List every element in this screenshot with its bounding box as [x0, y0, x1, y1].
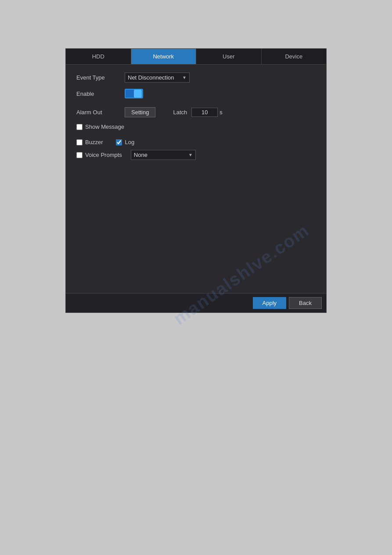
chevron-down-icon: ▼ — [188, 152, 193, 157]
voice-prompts-value: None — [134, 152, 147, 158]
voice-prompts-checkbox[interactable] — [76, 152, 83, 158]
content-area: Event Type Net Disconnection ▼ Enable Al… — [66, 65, 326, 293]
enable-label: Enable — [76, 91, 125, 97]
log-checkbox[interactable] — [116, 139, 122, 145]
voice-prompts-dropdown[interactable]: None ▼ — [131, 150, 196, 160]
tab-device[interactable]: Device — [262, 49, 327, 64]
chevron-down-icon: ▼ — [182, 75, 187, 80]
event-type-row: Event Type Net Disconnection ▼ — [76, 73, 316, 83]
enable-row: Enable — [76, 89, 316, 98]
apply-button[interactable]: Apply — [253, 297, 287, 309]
show-message-row: Show Message — [76, 123, 316, 130]
voice-prompts-row: Voice Prompts None ▼ — [76, 150, 316, 160]
tab-bar: HDD Network User Device — [66, 49, 326, 65]
tab-network[interactable]: Network — [131, 49, 197, 64]
buzzer-checkbox[interactable] — [76, 139, 83, 145]
enable-toggle[interactable] — [125, 89, 143, 98]
log-label[interactable]: Log — [125, 139, 134, 145]
setting-button[interactable]: Setting — [125, 107, 155, 117]
back-button[interactable]: Back — [289, 297, 322, 309]
buzzer-log-row: Buzzer Log — [76, 139, 316, 145]
footer: Apply Back — [66, 293, 326, 312]
show-message-label[interactable]: Show Message — [85, 123, 124, 130]
latch-label: Latch — [173, 109, 187, 116]
toggle-knob — [134, 90, 142, 98]
buzzer-item: Buzzer — [76, 139, 103, 145]
log-item: Log — [116, 139, 134, 145]
alarm-out-row: Alarm Out Setting Latch s — [76, 107, 316, 117]
latch-input[interactable] — [191, 108, 218, 117]
tab-user[interactable]: User — [196, 49, 262, 64]
event-type-dropdown[interactable]: Net Disconnection ▼ — [125, 73, 190, 83]
show-message-checkbox[interactable] — [76, 124, 83, 130]
alarm-out-label: Alarm Out — [76, 109, 125, 116]
latch-unit: s — [219, 109, 223, 116]
buzzer-label[interactable]: Buzzer — [85, 139, 103, 145]
event-type-value: Net Disconnection — [128, 74, 174, 81]
voice-prompts-label[interactable]: Voice Prompts — [85, 152, 122, 158]
tab-hdd[interactable]: HDD — [66, 49, 131, 64]
main-panel: HDD Network User Device Event Type Net D… — [65, 48, 327, 313]
latch-group: Latch s — [173, 108, 222, 117]
event-type-label: Event Type — [76, 74, 125, 81]
